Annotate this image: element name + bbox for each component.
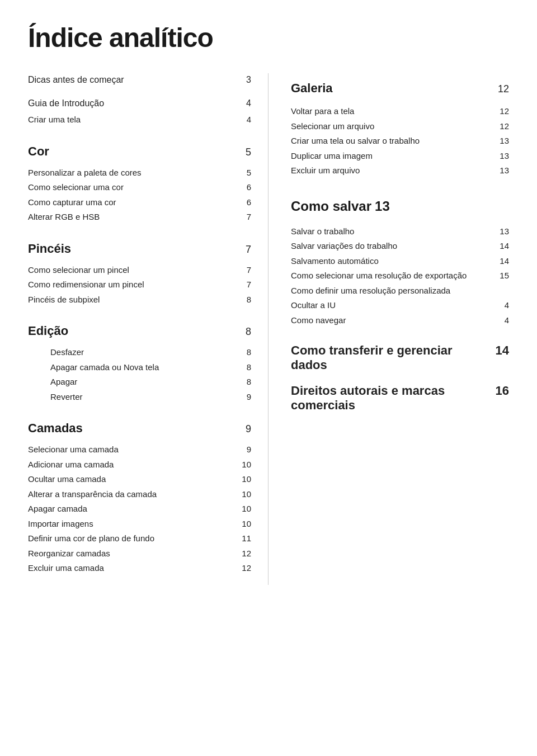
toc-row-importar: Importar imagens 10 <box>28 518 251 531</box>
toc-label-apagar-camada: Apagar camada <box>28 503 237 516</box>
toc-page-salvamento-auto: 14 <box>498 255 509 268</box>
toc-page-galeria: 12 <box>498 82 509 97</box>
toc-page-duplicar: 13 <box>498 150 509 163</box>
galeria-heading: Galeria <box>291 79 494 97</box>
toc-label-transparencia: Alterar a transparência da camada <box>28 488 232 501</box>
toc-page-camadas: 9 <box>240 422 251 437</box>
toc-page-excluir-camada: 12 <box>240 562 251 575</box>
toc-page-dicas: 3 <box>240 73 251 87</box>
toc-row-personalizar: Personalizar a paleta de cores 5 <box>28 167 251 179</box>
toc-label-personalizar: Personalizar a paleta de cores <box>28 167 237 179</box>
toc-page-apagar: 8 <box>240 376 251 389</box>
toc-label-excluir-camada: Excluir uma camada <box>28 562 237 575</box>
toc-label-salvar-variacoes: Salvar variações do trabalho <box>291 240 494 253</box>
toc-row-ocultar-iu: Ocultar a IU 4 <box>291 299 509 312</box>
toc-label-criar-tela-salvar: Criar uma tela ou salvar o trabalho <box>291 135 490 148</box>
toc-page-apagar-nova: 8 <box>240 361 251 374</box>
toc-label-apagar-nova: Apagar camada ou Nova tela <box>50 361 237 374</box>
toc-label-dicas: Dicas antes de começar <box>28 73 237 87</box>
como-salvar-page: 13 <box>375 199 390 214</box>
toc-page-subpixel: 8 <box>240 294 251 306</box>
toc-row-excluir-camada: Excluir uma camada 12 <box>28 562 251 575</box>
toc-page-cor: 5 <box>240 145 251 160</box>
toc-row-pinceis: Pincéis 7 <box>28 234 251 261</box>
toc-label-guia: Guia de Introdução <box>28 97 237 110</box>
toc-row-capturar: Como capturar uma cor 6 <box>28 196 251 209</box>
toc-row-desfazer: Desfazer 8 <box>28 346 251 359</box>
toc-page-transparencia: 10 <box>240 488 251 501</box>
toc-label-sel-camada: Selecionar uma camada <box>28 443 237 456</box>
toc-row-sel-arquivo: Selecionar um arquivo 12 <box>291 120 509 133</box>
toc-label-transferir: Como transferir e gerenciar dados <box>291 343 490 372</box>
toc-page-criar-tela-salvar: 13 <box>498 135 509 148</box>
toc-page-ocultar-camada: 10 <box>240 473 251 486</box>
edicao-heading: Edição <box>28 322 237 340</box>
guia-section: Guia de Introdução 4 Criar uma tela 4 <box>28 97 251 126</box>
toc-page-edicao: 8 <box>240 324 251 339</box>
toc-row-direitos: Direitos autorais e marcas comerciais 16 <box>291 384 509 413</box>
right-column: Galeria 12 Voltar para a tela 12 Selecio… <box>268 73 509 585</box>
toc-row-criar-tela: Criar uma tela 4 <box>28 114 251 126</box>
toc-page-reverter: 9 <box>240 391 251 404</box>
toc-row-salvamento-auto: Salvamento automático 14 <box>291 255 509 268</box>
toc-page-pinceis: 7 <box>240 242 251 257</box>
toc-row-ocultar-camada: Ocultar uma camada 10 <box>28 473 251 486</box>
toc-row-apagar-nova: Apagar camada ou Nova tela 8 <box>28 361 251 374</box>
toc-page-salvar-variacoes: 14 <box>498 240 509 253</box>
toc-row-cor: Cor 5 <box>28 136 251 164</box>
toc-row-galeria: Galeria 12 <box>291 73 509 101</box>
toc-row-sel-pincel: Como selecionar um pincel 7 <box>28 264 251 277</box>
toc-label-redim-pincel: Como redimensionar um pincel <box>28 278 237 291</box>
toc-row-navegar: Como navegar 4 <box>291 314 509 327</box>
toc-row-reorganizar: Reorganizar camadas 12 <box>28 547 251 560</box>
toc-page-definir-cor: 11 <box>240 532 251 545</box>
toc-row-transferir: Como transferir e gerenciar dados 14 <box>291 343 509 372</box>
toc-row-definir-cor: Definir uma cor de plano de fundo 11 <box>28 532 251 545</box>
toc-label-salvar-trabalho: Salvar o trabalho <box>291 225 494 238</box>
pinceis-heading: Pincéis <box>28 239 237 258</box>
toc-row-duplicar: Duplicar uma imagem 13 <box>291 150 509 163</box>
toc-page-apagar-camada: 10 <box>240 503 251 516</box>
toc-page-criar-tela: 4 <box>240 114 251 126</box>
toc-page-ocultar-iu: 4 <box>498 299 509 312</box>
toc-label-apagar: Apagar <box>50 376 237 389</box>
toc-label-capturar: Como capturar uma cor <box>28 196 237 209</box>
toc-row-dicas: Dicas antes de começar 3 <box>28 73 251 87</box>
toc-page-capturar: 6 <box>240 196 251 209</box>
toc-label-rgb: Alterar RGB e HSB <box>28 211 237 224</box>
toc-label-importar: Importar imagens <box>28 518 237 531</box>
toc-row-redim-pincel: Como redimensionar um pincel 7 <box>28 278 251 291</box>
toc-label-selecionar-cor: Como selecionar uma cor <box>28 181 237 194</box>
toc-label-definir-cor: Definir uma cor de plano de fundo <box>28 532 232 545</box>
pinceis-section: Pincéis 7 Como selecionar um pincel 7 Co… <box>28 234 251 306</box>
galeria-section: Galeria 12 Voltar para a tela 12 Selecio… <box>291 73 509 177</box>
toc-row-apagar-camada: Apagar camada 10 <box>28 503 251 516</box>
toc-page-desfazer: 8 <box>240 346 251 359</box>
toc-label-reorganizar: Reorganizar camadas <box>28 547 237 560</box>
left-column: Dicas antes de começar 3 Guia de Introdu… <box>28 73 268 585</box>
como-salvar-label: Como salvar <box>291 199 371 214</box>
toc-page-sel-pincel: 7 <box>240 264 251 277</box>
toc-page-selecionar-cor: 6 <box>240 181 251 194</box>
toc-label-ocultar-iu: Ocultar a IU <box>291 299 494 312</box>
toc-row-sel-camada: Selecionar uma camada 9 <box>28 443 251 456</box>
toc-row-apagar: Apagar 8 <box>28 376 251 389</box>
toc-page-reorganizar: 12 <box>240 547 251 560</box>
dicas-section: Dicas antes de começar 3 <box>28 73 251 87</box>
toc-label-sel-pincel: Como selecionar um pincel <box>28 264 237 277</box>
toc-row-rgb: Alterar RGB e HSB 7 <box>28 211 251 224</box>
bottom-sections: Como transferir e gerenciar dados 14 Dir… <box>291 343 509 413</box>
toc-label-duplicar: Duplicar uma imagem <box>291 150 494 163</box>
toc-label-add-camada: Adicionar uma camada <box>28 459 237 471</box>
edicao-section: Edição 8 Desfazer 8 Apagar camada ou Nov… <box>28 316 251 403</box>
toc-page-direitos: 16 <box>496 384 509 398</box>
toc-page-add-camada: 10 <box>240 459 251 471</box>
toc-row-excluir-arquivo: Excluir um arquivo 13 <box>291 164 509 177</box>
toc-label-desfazer: Desfazer <box>50 346 237 359</box>
toc-page-voltar-tela: 12 <box>498 105 509 118</box>
toc-label-def-resolucao: Como definir uma resolução personalizada <box>291 285 494 297</box>
como-salvar-heading: Como salvar13 <box>291 196 509 216</box>
toc-label-navegar: Como navegar <box>291 314 494 327</box>
como-salvar-section: Como salvar13 Salvar o trabalho 13 Salva… <box>291 191 509 327</box>
toc-page-sel-resolucao: 15 <box>498 270 509 282</box>
